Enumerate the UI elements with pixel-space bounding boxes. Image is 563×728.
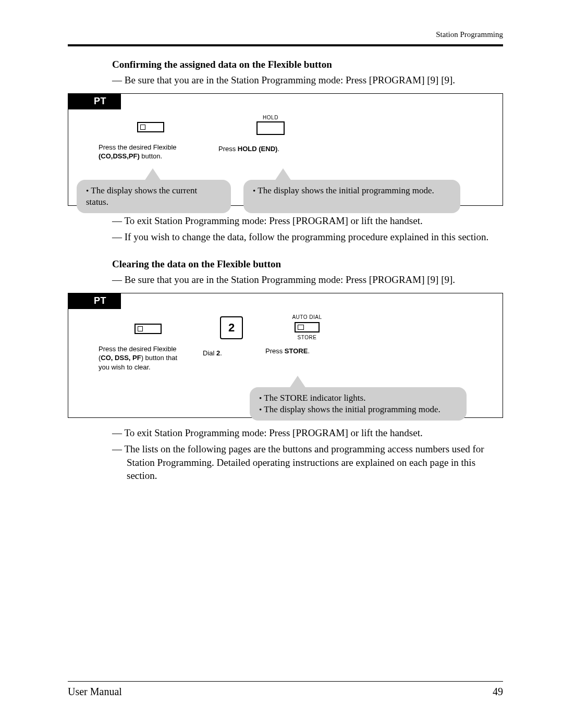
- caption-text-3: ) button that: [141, 354, 177, 362]
- caption-text: Press: [265, 347, 285, 355]
- callout-tail-icon: [275, 168, 291, 181]
- caption-text-2: .: [277, 145, 279, 153]
- diagram-inner-1: Press the desired Flexible (CO,DSS,PF) b…: [68, 94, 503, 226]
- bullet-icon: •: [259, 405, 262, 414]
- caption-bold: STORE: [285, 347, 308, 355]
- callout-tail-icon: [144, 168, 161, 181]
- diagram-confirming: PT Press the desired Flexible (CO,DSS,PF…: [68, 93, 503, 206]
- step-dial-2: 2 Dial 2.: [203, 314, 260, 358]
- intro-line-2: — Be sure that you are in the Station Pr…: [112, 273, 503, 287]
- callout-tail-icon: [289, 376, 306, 388]
- caption-text: Press the desired Flexible: [99, 143, 177, 151]
- caption-text: Press: [218, 145, 238, 153]
- caption-bold: HOLD (END): [238, 145, 278, 153]
- caption-flexible-clear: Press the desired Flexible (CO, DSS, PF)…: [99, 344, 177, 372]
- auto-dial-label: AUTO DIAL: [292, 314, 322, 320]
- caption-dial: Dial 2.: [203, 349, 222, 358]
- section-confirming: Confirming the assigned data on the Flex…: [112, 59, 503, 87]
- flexible-button-icon: [134, 324, 162, 334]
- footer-rule: [68, 681, 503, 682]
- callout-current-status: •The display shows the current status.: [77, 180, 231, 213]
- lists-line: — The lists on the following pages are t…: [112, 442, 503, 483]
- callout-initial-mode: •The display shows the initial programmi…: [243, 180, 460, 213]
- callout-text: The display shows the current status.: [86, 186, 197, 207]
- caption-text: Dial: [203, 349, 216, 357]
- callout-text-1: The STORE indicator lights.: [264, 393, 365, 403]
- caption-text: Press the desired Flexible: [99, 345, 177, 353]
- diagram-clearing: PT Press the desired Flexible (CO, DSS, …: [68, 293, 503, 418]
- section-clearing: Clearing the data on the Flexible button…: [112, 258, 503, 287]
- step-flexible-button: Press the desired Flexible (CO,DSS,PF) b…: [99, 115, 203, 161]
- caption-text-2: button.: [140, 152, 162, 160]
- caption-store: Press STORE.: [265, 347, 310, 356]
- pt-tab-2: PT: [68, 293, 121, 309]
- bullet-icon: •: [259, 394, 262, 402]
- store-label: STORE: [298, 335, 317, 340]
- caption-text-2: .: [308, 347, 310, 355]
- step-flexible-clear: Press the desired Flexible (CO, DSS, PF)…: [99, 314, 198, 372]
- caption-hold: Press HOLD (END).: [218, 144, 279, 154]
- callout-text: The display shows the initial programmin…: [258, 186, 434, 195]
- intro-line-1: — Be sure that you are in the Station Pr…: [112, 73, 503, 87]
- heading-clearing: Clearing the data on the Flexible button: [112, 258, 503, 270]
- callout-store: •The STORE indicator lights. •The displa…: [250, 387, 467, 421]
- heading-confirming: Confirming the assigned data on the Flex…: [112, 59, 503, 70]
- caption-text-2: .: [220, 349, 222, 357]
- bullet-icon: •: [253, 187, 255, 195]
- lists-text: — The lists on the following pages are t…: [112, 442, 503, 483]
- pt-tab-1: PT: [68, 93, 121, 109]
- caption-bold: (CO,DSS,PF): [99, 152, 140, 160]
- page: Station Programming Confirming the assig…: [0, 0, 563, 728]
- page-number: 49: [493, 686, 503, 698]
- footer-left: User Manual: [68, 686, 122, 698]
- hold-button-icon: [256, 121, 285, 135]
- flexible-button-icon: [137, 122, 164, 132]
- hold-label: HOLD: [263, 115, 278, 120]
- diagram-inner-2: Press the desired Flexible (CO, DSS, PF)…: [68, 293, 503, 434]
- bullet-icon: •: [86, 187, 89, 195]
- after-text-2: — To exit Station Programming mode: Pres…: [112, 426, 503, 483]
- dial-key-icon: 2: [220, 316, 243, 339]
- store-button-icon: [295, 322, 320, 332]
- caption-flexible: Press the desired Flexible (CO,DSS,PF) b…: [99, 143, 177, 161]
- change-data-line: — If you wish to change the data, follow…: [112, 230, 503, 244]
- step-hold-end: HOLD Press HOLD (END).: [218, 115, 323, 154]
- caption-bold: CO, DSS, PF: [101, 354, 141, 362]
- top-rule: [68, 44, 503, 46]
- running-header: Station Programming: [68, 30, 503, 39]
- callout-text-2: The display shows the initial programmin…: [264, 404, 440, 414]
- caption-text-4: you wish to clear.: [99, 363, 151, 371]
- page-footer: User Manual 49: [68, 681, 503, 698]
- step-store: AUTO DIAL STORE Press STORE.: [265, 314, 349, 356]
